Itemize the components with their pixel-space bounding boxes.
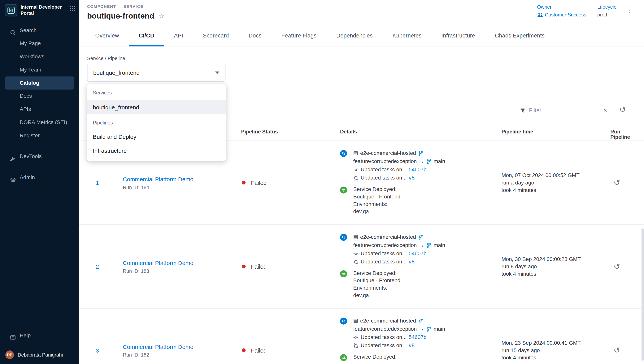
favorite-star-icon[interactable]: ☆ bbox=[159, 13, 165, 19]
repository-icon bbox=[353, 151, 358, 156]
owner-label[interactable]: Owner bbox=[537, 4, 586, 10]
tab-kubernetes[interactable]: Kubernetes bbox=[382, 25, 432, 46]
pipeline-select[interactable]: boutique_frontend bbox=[87, 64, 226, 82]
pull-request-icon bbox=[353, 175, 358, 181]
sidebar-item-devtools[interactable]: DevTools bbox=[5, 150, 74, 163]
tab-feature-flags[interactable]: Feature Flags bbox=[272, 25, 326, 46]
ci-stage-icon bbox=[340, 150, 347, 157]
sidebar-item-my-team[interactable]: My Team bbox=[5, 63, 74, 76]
page-header: COMPONENT — SERVICE boutique-frontend ☆ … bbox=[79, 0, 644, 25]
pr-line: Updated tasks on... #8 bbox=[353, 258, 445, 266]
tab-dependencies[interactable]: Dependencies bbox=[326, 25, 382, 46]
arrow-right-icon: → bbox=[419, 325, 424, 333]
branch-flow-line: feature/corruptedexception → main bbox=[353, 241, 445, 249]
dropdown-group-services: Services bbox=[87, 84, 226, 100]
branch-icon bbox=[426, 159, 432, 164]
run-id: Run ID: 183 bbox=[123, 268, 241, 274]
branch-flow-line: feature/corruptedexception → main bbox=[353, 157, 445, 166]
run-pipeline-button[interactable]: ↺ bbox=[614, 345, 620, 354]
pipeline-time-cell: Mon, 23 Sep 2024 00:00:41 GMT run 15 day… bbox=[502, 339, 610, 361]
deploy-block: Service Deployed: bbox=[353, 353, 396, 361]
commit-link[interactable]: 54607b bbox=[408, 166, 426, 174]
cicd-content: Service / Pipeline boutique_frontend Ser… bbox=[79, 46, 644, 364]
pr-link[interactable]: #8 bbox=[408, 174, 414, 182]
status-label: Failed bbox=[251, 179, 266, 186]
commit-line: Updated tasks on... 54607b bbox=[353, 249, 445, 258]
pipeline-link[interactable]: Commercial Platform Demo bbox=[123, 260, 193, 266]
pipeline-link[interactable]: Commercial Platform Demo bbox=[123, 176, 193, 182]
deploy-title: Service Deployed: bbox=[353, 353, 396, 361]
lifecycle-value: prod bbox=[597, 12, 616, 18]
col-details: Details bbox=[340, 130, 502, 135]
commit-link[interactable]: 54607b bbox=[408, 249, 426, 258]
repo-line: e2e-commercial-hosted bbox=[353, 149, 445, 157]
pr-link[interactable]: #8 bbox=[408, 258, 414, 266]
chevron-down-icon bbox=[215, 72, 219, 74]
commit-icon bbox=[353, 251, 358, 256]
arrow-right-icon: → bbox=[419, 241, 424, 249]
tab-cicd[interactable]: CI/CD bbox=[129, 25, 164, 46]
user-profile[interactable]: DP Debabrata Panigrahi bbox=[0, 346, 79, 360]
sidebar-item-admin[interactable]: Admin bbox=[5, 171, 74, 184]
tab-api[interactable]: API bbox=[164, 25, 193, 46]
sidebar: Internal Developer Portal Search My Page… bbox=[0, 0, 79, 364]
scrollbar-thumb[interactable] bbox=[642, 228, 644, 361]
tab-docs[interactable]: Docs bbox=[239, 25, 272, 46]
pipeline-runs-table: Pipeline Status Details Pipeline time Ru… bbox=[79, 126, 644, 364]
sidebar-item-my-page[interactable]: My Page bbox=[5, 37, 74, 50]
deploy-title: Service Deployed: bbox=[353, 186, 400, 193]
sidebar-divider bbox=[0, 167, 79, 167]
pipeline-time-cell: Mon, 07 Oct 2024 00:00:52 GMT run a day … bbox=[502, 172, 610, 194]
run-number[interactable]: 1 bbox=[96, 179, 99, 186]
failed-status-dot bbox=[242, 181, 246, 184]
deploy-service: Boutique - Frontend bbox=[353, 277, 400, 284]
tab-scorecard[interactable]: Scorecard bbox=[193, 25, 239, 46]
sidebar-item-dora-metrics[interactable]: DORA Metrics (SEI) bbox=[5, 116, 74, 129]
app-grid-icon[interactable] bbox=[70, 5, 75, 13]
tab-infrastructure[interactable]: Infrastructure bbox=[432, 25, 485, 46]
col-run-pipeline: Run Pipeline bbox=[610, 130, 634, 140]
col-pipeline-status: Pipeline Status bbox=[241, 130, 340, 135]
run-number[interactable]: 3 bbox=[96, 347, 99, 354]
help-icon: ? bbox=[10, 333, 16, 339]
run-pipeline-button[interactable]: ↺ bbox=[614, 178, 620, 186]
dropdown-option-infrastructure[interactable]: Infrastructure bbox=[87, 144, 226, 158]
repo-line: e2e-commercial-hosted bbox=[353, 233, 445, 241]
more-options-icon[interactable]: ⋮ bbox=[626, 6, 632, 14]
lifecycle-label[interactable]: Lifecycle bbox=[597, 4, 616, 10]
table-row: 3 Commercial Platform Demo Run ID: 182 F… bbox=[79, 308, 644, 364]
deploy-block: Service Deployed: Boutique - Frontend En… bbox=[353, 270, 400, 299]
pipeline-time-cell: Mon, 30 Sep 2024 00:00:28 GMT run 8 days… bbox=[502, 256, 610, 278]
commit-link[interactable]: 54607b bbox=[408, 333, 426, 342]
dropdown-option-build-and-deploy[interactable]: Build and Deploy bbox=[87, 130, 226, 144]
harness-logo bbox=[5, 4, 17, 16]
dropdown-option-boutique-frontend[interactable]: boutique_frontend bbox=[87, 100, 226, 114]
status-cell: Failed bbox=[241, 263, 340, 270]
sidebar-item-workflows[interactable]: Workflows bbox=[5, 50, 74, 63]
branch-icon bbox=[418, 234, 423, 240]
sidebar-item-catalog[interactable]: Catalog bbox=[5, 76, 74, 90]
run-pipeline-button[interactable]: ↺ bbox=[614, 262, 620, 270]
tab-overview[interactable]: Overview bbox=[86, 25, 129, 46]
branch-icon bbox=[426, 242, 432, 248]
sidebar-item-register[interactable]: Register bbox=[5, 129, 74, 142]
sidebar-item-search[interactable]: Search bbox=[5, 24, 74, 37]
sidebar-item-apis[interactable]: APIs bbox=[5, 103, 74, 116]
clear-filter-icon[interactable]: × bbox=[603, 107, 607, 114]
tab-chaos-experiments[interactable]: Chaos Experiments bbox=[485, 25, 554, 46]
owner-link[interactable]: Customer Success bbox=[537, 12, 586, 18]
avatar: DP bbox=[5, 350, 14, 359]
search-icon bbox=[10, 27, 16, 34]
sidebar-item-help[interactable]: ? Help bbox=[5, 329, 74, 342]
pipeline-link[interactable]: Commercial Platform Demo bbox=[123, 343, 193, 350]
filter-input[interactable] bbox=[529, 107, 600, 113]
filter-input-wrap: × bbox=[518, 104, 609, 117]
refresh-icon[interactable]: ↺ bbox=[619, 106, 626, 113]
repository-icon bbox=[353, 318, 358, 323]
ci-stage-icon bbox=[340, 318, 347, 324]
pr-link[interactable]: #8 bbox=[408, 342, 414, 350]
run-number[interactable]: 2 bbox=[96, 263, 99, 270]
details-cell: e2e-commercial-hosted feature/corruptede… bbox=[340, 308, 502, 364]
gear-icon bbox=[10, 174, 16, 181]
sidebar-item-docs[interactable]: Docs bbox=[5, 90, 74, 103]
